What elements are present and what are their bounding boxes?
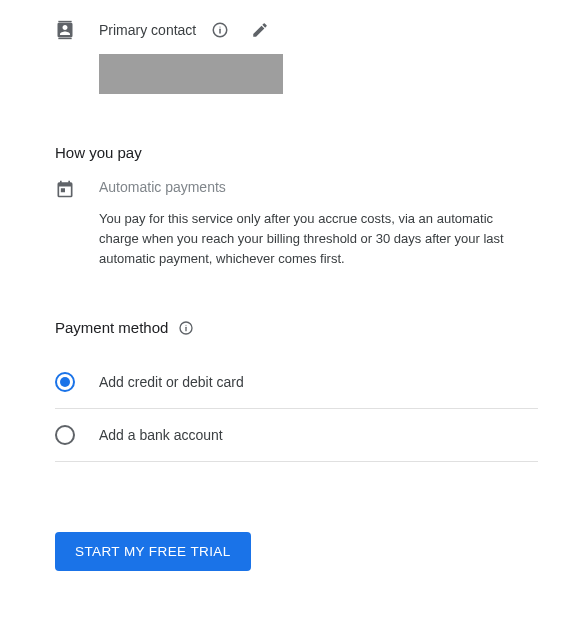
- payment-method-section: Payment method Add credit or debit card …: [55, 319, 538, 462]
- svg-point-4: [220, 26, 221, 27]
- edit-icon[interactable]: [250, 20, 270, 40]
- contact-value-redacted: [99, 54, 283, 94]
- start-trial-button[interactable]: START MY FREE TRIAL: [55, 532, 251, 571]
- how-you-pay-title: How you pay: [55, 144, 538, 161]
- payment-option-card[interactable]: Add credit or debit card: [55, 356, 538, 409]
- primary-contact-label: Primary contact: [99, 22, 196, 38]
- payment-method-title: Payment method: [55, 319, 168, 336]
- svg-rect-1: [58, 38, 71, 39]
- payment-option-label: Add a bank account: [99, 427, 223, 443]
- info-icon[interactable]: [210, 20, 230, 40]
- radio-selected-icon[interactable]: [55, 372, 75, 392]
- svg-rect-0: [58, 21, 71, 22]
- svg-point-7: [186, 325, 187, 326]
- radio-unselected-icon[interactable]: [55, 425, 75, 445]
- payment-option-bank[interactable]: Add a bank account: [55, 409, 538, 462]
- automatic-payments-description: You pay for this service only after you …: [99, 209, 529, 269]
- payment-option-label: Add credit or debit card: [99, 374, 244, 390]
- info-icon[interactable]: [178, 320, 194, 336]
- primary-contact-row: Primary contact: [55, 20, 538, 40]
- how-you-pay-section: How you pay Automatic payments You pay f…: [55, 144, 538, 269]
- calendar-icon: [55, 179, 75, 199]
- automatic-payments-label: Automatic payments: [99, 179, 529, 195]
- contact-card-icon: [55, 20, 75, 40]
- primary-contact-section: Primary contact: [55, 20, 538, 94]
